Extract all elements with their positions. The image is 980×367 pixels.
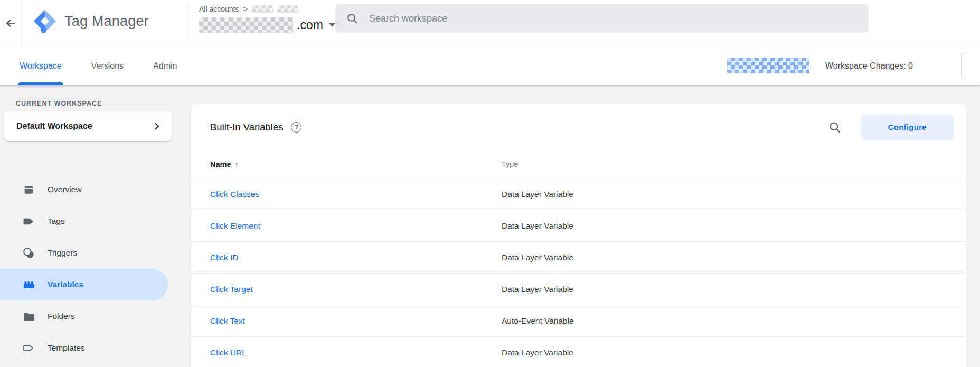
variable-name-link[interactable]: Click ID (210, 253, 238, 262)
gtm-app: Tag Manager All accounts > .com (0, 0, 980, 367)
nav-tab-label: Workspace (20, 61, 62, 71)
workspace-changes-count: Workspace Changes: 0 (825, 46, 913, 85)
table-row: Click Element Data Layer Variable (191, 210, 966, 242)
redacted-account-name-2 (277, 5, 298, 13)
nav-tabs: Workspace Versions Admin (20, 46, 177, 85)
sidebar-item-triggers[interactable]: Triggers (0, 237, 168, 269)
variable-name-link[interactable]: Click Text (210, 316, 245, 326)
workspace-name: Default Workspace (16, 121, 152, 131)
help-icon[interactable]: ? (291, 122, 301, 133)
sidebar-item-label: Folders (48, 312, 75, 321)
tab-versions[interactable]: Versions (91, 46, 124, 85)
tab-workspace[interactable]: Workspace (20, 46, 62, 85)
sidebar-nav-list: Overview Tags Triggers Variables Folders… (0, 174, 180, 364)
table-row: Click ID Data Layer Variable (191, 242, 966, 274)
nav-tab-label: Versions (91, 61, 124, 71)
configure-button[interactable]: Configure (861, 115, 954, 140)
breadcrumb-separator: > (243, 5, 247, 13)
sidebar-item-templates[interactable]: Templates (0, 332, 168, 364)
account-breadcrumb: All accounts > .com (199, 4, 335, 34)
variable-type-cell: Data Layer Variable (502, 190, 947, 199)
sidebar-item-label: Variables (48, 280, 83, 289)
variable-name-link[interactable]: Click URL (210, 348, 247, 357)
sidebar-item-label: Templates (48, 343, 85, 353)
sidebar-item-label: Triggers (48, 248, 77, 258)
variable-type-cell: Data Layer Variable (502, 285, 947, 294)
sidebar-item-variables[interactable]: Variables (0, 269, 168, 300)
top-bar: Tag Manager All accounts > .com (0, 0, 980, 46)
column-header-type: Type (502, 160, 947, 168)
preview-button-partial[interactable] (961, 52, 980, 79)
container-nav-row: Workspace Versions Admin Workspace Chang… (0, 46, 980, 85)
tab-admin[interactable]: Admin (153, 46, 177, 85)
variables-icon (22, 278, 35, 291)
variable-name-link[interactable]: Click Classes (210, 190, 259, 199)
topbar-divider (186, 5, 186, 39)
chevron-right-icon (152, 121, 162, 131)
sidebar-item-label: Tags (48, 217, 65, 226)
card-header: Built-In Variables ? Configure (191, 104, 966, 150)
nav-tab-label: Admin (153, 61, 177, 71)
workspace-search-bar[interactable] (335, 4, 869, 33)
app-name: Tag Manager (64, 13, 149, 30)
sort-ascending-icon: ↑ (235, 160, 239, 169)
default-workspace-card[interactable]: Default Workspace (4, 111, 172, 141)
search-input[interactable] (369, 13, 858, 24)
sidebar-item-folders[interactable]: Folders (0, 300, 168, 332)
column-header-name[interactable]: Name ↑ (210, 160, 502, 169)
variable-type-cell: Data Layer Variable (502, 221, 947, 231)
content-area: CURRENT WORKSPACE Default Workspace Over… (0, 85, 980, 367)
breadcrumb-all-accounts[interactable]: All accounts (199, 5, 239, 13)
sidebar-item-label: Overview (48, 185, 82, 194)
container-switcher[interactable]: .com (199, 16, 335, 34)
breadcrumb-row: All accounts > (199, 4, 335, 14)
current-workspace-label: CURRENT WORKSPACE (16, 100, 102, 107)
overview-icon (22, 183, 35, 196)
back-button[interactable] (0, 0, 22, 46)
variable-name-link[interactable]: Click Element (210, 221, 260, 231)
template-icon (22, 342, 35, 355)
table-row: Click Classes Data Layer Variable (191, 178, 966, 210)
tag-manager-logo-icon (33, 9, 57, 33)
table-row: Click Target Data Layer Variable (191, 274, 966, 305)
container-domain-suffix: .com (297, 18, 323, 32)
page-title: Built-In Variables (210, 121, 283, 133)
table-row: Click Text Auto-Event Variable (191, 305, 966, 337)
variable-type-cell: Auto-Event Variable (502, 316, 947, 326)
redacted-account-name-1 (252, 5, 273, 13)
search-icon (346, 12, 359, 25)
sidebar-item-tags[interactable]: Tags (0, 205, 168, 237)
table-header-row: Name ↑ Type (191, 150, 966, 178)
app-logo-home-link[interactable]: Tag Manager (33, 9, 149, 33)
table-body: Click Classes Data Layer Variable Click … (191, 178, 966, 367)
sidebar-item-overview[interactable]: Overview (0, 174, 168, 205)
built-in-variables-card: Built-In Variables ? Configure Name ↑ Ty… (191, 104, 966, 367)
folder-icon (22, 310, 35, 323)
redacted-container-id (727, 58, 809, 73)
variable-type-cell: Data Layer Variable (502, 253, 947, 262)
back-arrow-icon (4, 17, 17, 30)
tag-icon (22, 215, 35, 228)
redacted-container-name (199, 17, 293, 33)
chevron-down-icon (329, 23, 335, 27)
variable-type-cell: Data Layer Variable (502, 348, 947, 357)
table-row: Click URL Data Layer Variable (191, 337, 966, 367)
table-search-icon[interactable] (828, 120, 842, 134)
trigger-icon (22, 247, 35, 260)
variable-name-link[interactable]: Click Target (210, 285, 253, 294)
